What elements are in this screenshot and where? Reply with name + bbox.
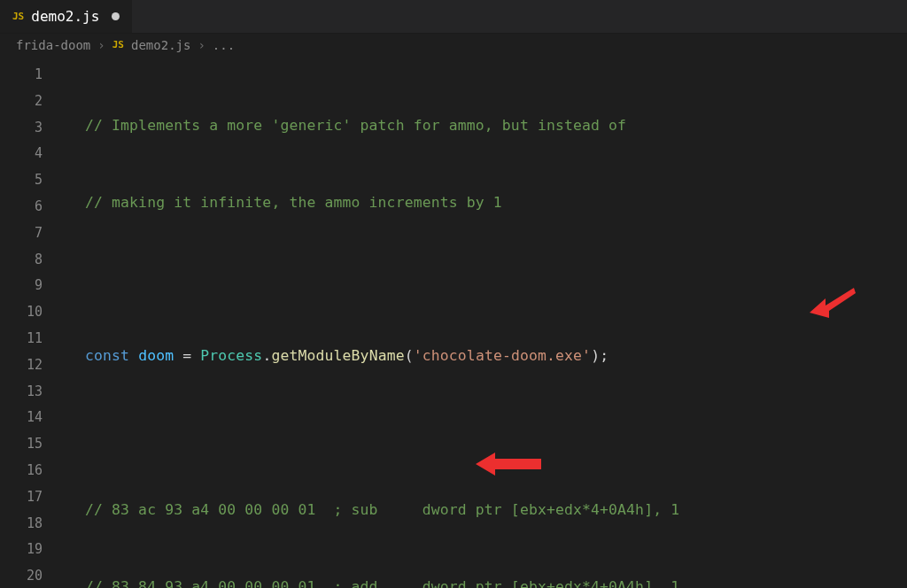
type-token: Process — [200, 347, 262, 364]
line-number: 8 — [0, 247, 66, 274]
punct-token: ); — [591, 347, 609, 364]
punct-token: ( — [405, 347, 414, 364]
line-number: 3 — [0, 115, 66, 142]
line-number: 7 — [0, 220, 66, 247]
code-line — [66, 420, 907, 446]
code-line: const doom = Process.getModuleByName('ch… — [66, 343, 907, 369]
js-icon: JS — [112, 39, 124, 50]
breadcrumb-folder[interactable]: frida-doom — [16, 38, 90, 52]
comment-token: // 83 84 93 a4 00 00 00 01 ; add dword p… — [85, 578, 679, 588]
svg-marker-0 — [810, 288, 856, 318]
breadcrumb: frida-doom › JS demo2.js › ... — [0, 34, 907, 57]
line-number: 11 — [0, 326, 66, 352]
chevron-right-icon: › — [198, 38, 205, 52]
js-icon: JS — [12, 11, 24, 22]
code-line: // 83 84 93 a4 00 00 00 01 ; add dword p… — [66, 574, 907, 588]
line-number: 13 — [0, 379, 66, 406]
tab-bar: JS demo2.js — [0, 0, 907, 34]
line-number: 9 — [0, 273, 66, 299]
line-number: 12 — [0, 352, 66, 379]
line-number: 2 — [0, 89, 66, 115]
line-number: 17 — [0, 484, 66, 511]
code-line — [66, 267, 907, 293]
line-number: 10 — [0, 299, 66, 326]
chevron-right-icon: › — [97, 38, 105, 52]
code-line: // 83 ac 93 a4 00 00 00 01 ; sub dword p… — [66, 497, 907, 523]
line-number: 15 — [0, 431, 66, 458]
line-number: 14 — [0, 405, 66, 431]
comment-token: // making it infinite, the ammo incremen… — [85, 194, 502, 211]
line-number: 19 — [0, 537, 66, 563]
code-line: // Implements a more 'generic' patch for… — [66, 112, 907, 139]
dirty-indicator-icon — [112, 12, 120, 20]
func-token: getModuleByName — [271, 347, 404, 364]
comment-token: // Implements a more 'generic' patch for… — [85, 117, 626, 134]
line-number: 18 — [0, 511, 66, 538]
line-number: 20 — [0, 563, 66, 588]
line-number: 5 — [0, 167, 66, 194]
editor-area[interactable]: 1 2 3 4 5 6 7 8 9 10 11 12 13 14 15 16 1… — [0, 57, 907, 588]
svg-marker-1 — [476, 453, 541, 476]
keyword-token: const — [85, 347, 129, 364]
code-line: // making it infinite, the ammo incremen… — [66, 190, 907, 216]
annotation-arrow-icon — [476, 451, 543, 477]
const-name-token: doom — [138, 347, 174, 364]
code-content[interactable]: // Implements a more 'generic' patch for… — [66, 57, 907, 588]
comment-token: // 83 ac 93 a4 00 00 00 01 ; sub dword p… — [85, 501, 679, 518]
punct-token: . — [262, 347, 271, 364]
line-number-gutter: 1 2 3 4 5 6 7 8 9 10 11 12 13 14 15 16 1… — [0, 57, 66, 588]
breadcrumb-file[interactable]: demo2.js — [131, 38, 190, 52]
tab-filename: demo2.js — [31, 8, 99, 25]
op-token: = — [174, 347, 200, 364]
string-token: 'chocolate-doom.exe' — [414, 347, 591, 364]
line-number: 6 — [0, 194, 66, 220]
tab-active[interactable]: JS demo2.js — [0, 0, 133, 33]
line-number: 4 — [0, 141, 66, 167]
line-number: 16 — [0, 458, 66, 484]
line-number: 1 — [0, 62, 66, 89]
breadcrumb-symbol[interactable]: ... — [213, 38, 235, 52]
